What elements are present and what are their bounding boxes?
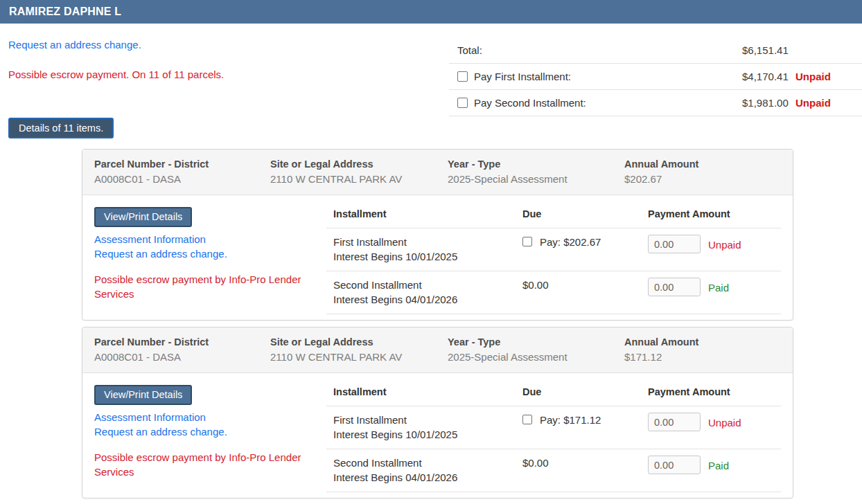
summary-first-installment-row: Pay First Installment: $4,170.41 Unpaid [449, 64, 862, 90]
year-type-header: Year - Type [448, 157, 624, 172]
parcel-card: Parcel Number - District A0008C01 - DASA… [82, 327, 793, 498]
installment-interest: Interest Begins 04/01/2026 [333, 470, 520, 485]
view-print-details-button[interactable]: View/Print Details [94, 385, 192, 405]
installment-interest: Interest Begins 10/01/2025 [333, 427, 520, 442]
year-type-col: Year - Type 2025-Special Assessment [448, 157, 624, 186]
installment-table: Installment Due Payment Amount First Ins… [326, 207, 781, 314]
parcel-cards: Parcel Number - District A0008C01 - DASA… [82, 149, 793, 498]
annual-amount-value: $202.67 [624, 172, 781, 186]
installment-col-header: Installment [326, 208, 520, 219]
address-change-link[interactable]: Request an address change. [8, 39, 141, 51]
site-address-header: Site or Legal Address [270, 335, 448, 350]
assessment-information-link[interactable]: Assessment Information [94, 232, 326, 246]
second-installment-row: Second Installment Interest Begins 04/01… [326, 449, 781, 492]
payment-summary: Total: $6,151.41 Pay First Installment: … [449, 37, 862, 116]
payment-amount-col-header: Payment Amount [645, 386, 781, 397]
parcel-number-district-value: A0008C01 - DASA [94, 350, 270, 364]
first-installment-amount: $4,170.41 [742, 71, 789, 82]
top-section: Request an address change. Possible escr… [0, 24, 862, 149]
parcel-card-header: Parcel Number - District A0008C01 - DASA… [82, 327, 793, 373]
installment-interest: Interest Begins 10/01/2025 [333, 249, 520, 264]
site-address-value: 2110 W CENTRAL PARK AV [270, 350, 448, 364]
parcel-card: Parcel Number - District A0008C01 - DASA… [82, 149, 793, 321]
due-col-header: Due [520, 208, 645, 219]
total-amount: $6,151.41 [742, 44, 789, 56]
parcel-number-district-value: A0008C01 - DASA [94, 172, 270, 186]
installment-due: Pay: $202.67 [540, 235, 601, 249]
parcel-escrow-notice: Possible escrow payment by Info-Pro Lend… [94, 450, 302, 479]
parcel-escrow-notice: Possible escrow payment by Info-Pro Lend… [94, 272, 302, 301]
payment-amount-input[interactable] [648, 413, 701, 431]
parcel-number-district-header: Parcel Number - District [94, 157, 270, 172]
installment-status: Paid [708, 458, 729, 473]
assessment-information-link[interactable]: Assessment Information [94, 410, 326, 424]
second-installment-row: Second Installment Interest Begins 04/01… [326, 271, 781, 314]
installment-due: $0.00 [522, 279, 549, 291]
year-type-value: 2025-Special Assessment [448, 350, 624, 364]
installment-table: Installment Due Payment Amount First Ins… [326, 385, 781, 492]
installment-name: First Installment [333, 413, 520, 427]
annual-amount-header: Annual Amount [624, 335, 781, 350]
installment-name: First Installment [333, 235, 520, 249]
escrow-notice: Possible escrow payment. On 11 of 11 par… [8, 69, 224, 80]
installment-due: Pay: $171.12 [540, 413, 601, 427]
payment-amount-input[interactable] [648, 278, 701, 296]
installment-name: Second Installment [333, 278, 520, 292]
page-header: RAMIREZ DAPHNE L [0, 0, 862, 24]
installment-status: Unpaid [708, 415, 741, 430]
parcel-number-district-col: Parcel Number - District A0008C01 - DASA [94, 157, 270, 186]
total-label: Total: [449, 44, 482, 56]
due-col-header: Due [520, 386, 645, 397]
parcel-card-header: Parcel Number - District A0008C01 - DASA… [82, 150, 793, 195]
second-installment-amount: $1,981.00 [742, 97, 789, 109]
parcel-card-body: View/Print Details Assessment Informatio… [82, 373, 793, 498]
second-installment-status: Unpaid [795, 97, 831, 109]
pay-second-installment-label: Pay Second Installment: [474, 97, 586, 109]
parcel-card-body: View/Print Details Assessment Informatio… [82, 195, 793, 320]
parcel-number-district-col: Parcel Number - District A0008C01 - DASA [94, 335, 270, 364]
parcel-actions: View/Print Details Assessment Informatio… [94, 385, 326, 492]
installment-status: Unpaid [708, 237, 741, 252]
installment-status: Paid [708, 280, 729, 295]
pay-second-installment-checkbox[interactable] [457, 98, 468, 108]
parcel-actions: View/Print Details Assessment Informatio… [94, 207, 326, 314]
page-title: RAMIREZ DAPHNE L [9, 6, 121, 18]
installment-name: Second Installment [333, 456, 520, 470]
year-type-col: Year - Type 2025-Special Assessment [448, 335, 624, 364]
view-print-details-button[interactable]: View/Print Details [94, 207, 192, 227]
first-installment-row: First Installment Interest Begins 10/01/… [326, 406, 781, 449]
pay-installment-checkbox[interactable] [522, 415, 532, 424]
annual-amount-col: Annual Amount $171.12 [624, 335, 781, 364]
pay-first-installment-checkbox[interactable] [457, 71, 468, 82]
parcel-address-change-link[interactable]: Request an address change. [94, 424, 326, 439]
installment-interest: Interest Begins 04/01/2026 [333, 292, 520, 307]
installment-table-header: Installment Due Payment Amount [326, 385, 781, 406]
site-address-value: 2110 W CENTRAL PARK AV [270, 172, 448, 186]
pay-installment-checkbox[interactable] [522, 237, 532, 246]
first-installment-row: First Installment Interest Begins 10/01/… [326, 228, 781, 271]
parcel-address-change-link[interactable]: Request an address change. [94, 246, 326, 261]
payment-amount-col-header: Payment Amount [645, 208, 781, 219]
installment-due: $0.00 [522, 457, 549, 469]
site-address-header: Site or Legal Address [270, 157, 448, 172]
annual-amount-value: $171.12 [624, 350, 781, 364]
installment-table-header: Installment Due Payment Amount [326, 207, 781, 228]
payment-amount-input[interactable] [648, 235, 701, 253]
summary-second-installment-row: Pay Second Installment: $1,981.00 Unpaid [449, 90, 862, 116]
year-type-header: Year - Type [448, 335, 624, 350]
pay-first-installment-label: Pay First Installment: [474, 71, 571, 82]
payment-amount-input[interactable] [648, 456, 701, 474]
year-type-value: 2025-Special Assessment [448, 172, 624, 186]
installment-col-header: Installment [326, 386, 520, 397]
summary-total-row: Total: $6,151.41 [449, 37, 862, 64]
annual-amount-col: Annual Amount $202.67 [624, 157, 781, 186]
site-address-col: Site or Legal Address 2110 W CENTRAL PAR… [270, 157, 448, 186]
site-address-col: Site or Legal Address 2110 W CENTRAL PAR… [270, 335, 448, 364]
annual-amount-header: Annual Amount [624, 157, 781, 172]
first-installment-status: Unpaid [795, 71, 831, 82]
parcel-number-district-header: Parcel Number - District [94, 335, 270, 350]
details-button[interactable]: Details of 11 items. [8, 118, 114, 138]
